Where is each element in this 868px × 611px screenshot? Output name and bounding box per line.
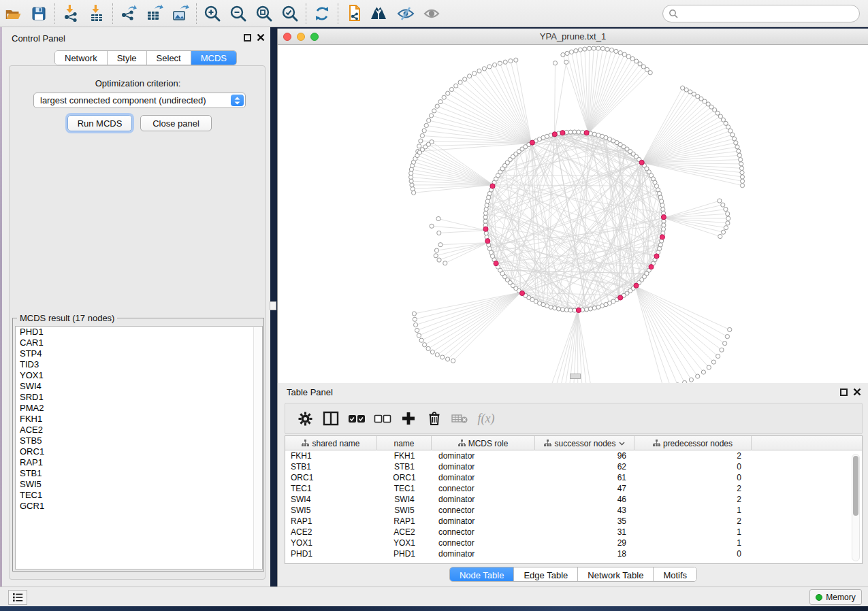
tab-mcds[interactable]: MCDS [191, 51, 236, 65]
column-header-name[interactable]: name [377, 436, 432, 450]
deselect-all-icon [374, 412, 391, 425]
table-row[interactable]: TEC1TEC1connector472 [285, 483, 862, 494]
table-scrollbar[interactable] [852, 454, 860, 561]
column-header-shared-name[interactable]: shared name [285, 436, 377, 450]
table-row[interactable]: FKH1FKH1dominator962 [285, 450, 862, 461]
table-panel-title: Table Panel [287, 387, 333, 397]
table-row[interactable]: YOX1YOX1connector291 [285, 538, 862, 548]
close-panel-icon[interactable] [257, 33, 265, 42]
result-node-item[interactable]: SRD1 [16, 392, 262, 403]
horizontal-splitter-handle[interactable] [570, 374, 581, 379]
result-node-item[interactable]: STB1 [16, 468, 262, 479]
save-session-button[interactable] [26, 2, 52, 25]
result-node-item[interactable]: STP4 [16, 348, 262, 359]
result-node-item[interactable]: TEC1 [16, 490, 262, 501]
table-row[interactable]: ACE2ACE2connector311 [285, 527, 862, 538]
table-cell: SWI5 [285, 505, 377, 516]
tab-network-table[interactable]: Network Table [578, 567, 654, 582]
result-node-item[interactable]: TID3 [16, 359, 262, 370]
zoom-in-button[interactable] [199, 2, 225, 25]
scrollbar-thumb[interactable] [853, 456, 858, 516]
control-panel-title: Control Panel [12, 33, 65, 44]
new-network-from-selection-button[interactable] [341, 2, 367, 25]
close-panel-button[interactable]: Close panel [140, 115, 212, 131]
memory-button[interactable]: Memory [809, 589, 862, 605]
control-panel: Control Panel NetworkStyleSelectMCDS Opt… [2, 27, 270, 587]
desktop-wallpaper-edge [0, 606, 868, 611]
column-header-predecessor-nodes[interactable]: predecessor nodes [634, 436, 752, 450]
zoom-out-icon [229, 4, 248, 23]
mcds-result-list[interactable]: PHD1CAR1STP4TID3YOX1SWI4SRD1PMA2FKH1ACE2… [15, 326, 263, 569]
result-node-item[interactable]: PMA2 [16, 403, 262, 414]
network-view[interactable] [278, 45, 868, 383]
delete-table-button[interactable] [447, 406, 473, 431]
show-column-button[interactable] [318, 406, 344, 431]
table-row[interactable]: ORC1ORC1dominator610 [285, 472, 862, 483]
table-cell: YOX1 [285, 538, 377, 548]
result-node-item[interactable]: GCR1 [16, 501, 262, 512]
table-cell: YOX1 [377, 538, 432, 548]
close-panel-icon[interactable] [853, 388, 861, 396]
tab-edge-table[interactable]: Edge Table [514, 567, 578, 582]
table-row[interactable]: STB1STB1dominator620 [285, 461, 862, 472]
table-row[interactable]: PHD1PHD1dominator180 [285, 548, 862, 559]
deselect-all-button[interactable] [370, 406, 396, 431]
tab-motifs[interactable]: Motifs [654, 567, 696, 582]
export-image-button[interactable] [167, 2, 193, 25]
tab-select[interactable]: Select [147, 51, 191, 65]
refresh-button[interactable] [309, 2, 335, 25]
table-cell: STB1 [285, 461, 377, 472]
first-neighbors-button[interactable] [367, 2, 393, 25]
result-node-item[interactable]: STB5 [16, 435, 262, 446]
tab-style[interactable]: Style [108, 51, 147, 65]
table-toolbar: f(x) [285, 403, 863, 434]
add-row-button[interactable] [396, 406, 421, 431]
result-node-item[interactable]: SWI5 [16, 479, 262, 490]
result-node-item[interactable]: ACE2 [16, 425, 262, 435]
float-panel-icon[interactable] [244, 34, 251, 42]
zoom-out-button[interactable] [225, 2, 251, 25]
task-history-button[interactable] [8, 590, 27, 605]
float-panel-icon[interactable] [840, 389, 848, 396]
result-node-item[interactable]: FKH1 [16, 414, 262, 425]
tab-node-table[interactable]: Node Table [450, 567, 515, 582]
tab-network[interactable]: Network [55, 51, 108, 65]
run-mcds-button[interactable]: Run MCDS [67, 115, 132, 131]
result-node-item[interactable]: PHD1 [16, 327, 262, 337]
search-input[interactable] [679, 9, 849, 18]
open-session-button[interactable] [0, 2, 26, 25]
select-all-button[interactable] [344, 406, 370, 431]
table-cell: 2 [634, 494, 752, 505]
result-node-item[interactable]: ORC1 [16, 446, 262, 457]
result-node-item[interactable]: YOX1 [16, 370, 262, 381]
table-row[interactable]: SWI4SWI4dominator462 [285, 494, 862, 505]
result-node-item[interactable]: CAR1 [16, 337, 262, 348]
table-cell: PHD1 [285, 548, 377, 559]
show-all-button[interactable] [419, 2, 445, 25]
result-scrollbar[interactable] [253, 327, 261, 569]
delete-row-button[interactable] [421, 406, 447, 431]
network-canvas[interactable] [278, 45, 868, 383]
network-window-titlebar[interactable]: YPA_prune.txt_1 [278, 29, 868, 45]
table-row[interactable]: SWI5SWI5connector431 [285, 505, 862, 516]
result-node-item[interactable]: SWI4 [16, 381, 262, 392]
import-table-button[interactable] [84, 2, 110, 25]
column-header-MCDS-role[interactable]: MCDS role [432, 436, 535, 450]
import-network-button[interactable] [58, 2, 84, 25]
column-header-successor-nodes[interactable]: successor nodes [535, 436, 634, 450]
function-builder-button[interactable]: f(x) [473, 406, 499, 431]
zoom-fit-button[interactable] [251, 2, 277, 25]
table-cell: TEC1 [377, 483, 432, 494]
hide-selected-button[interactable] [393, 2, 419, 25]
export-table-button[interactable] [142, 2, 167, 25]
export-network-button[interactable] [116, 2, 142, 25]
save-icon [30, 5, 48, 22]
optimization-criterion-select[interactable]: largest connected component (undirected) [33, 93, 246, 108]
result-node-item[interactable]: RAP1 [16, 457, 262, 468]
table-cell: 1 [634, 527, 752, 538]
table-settings-button[interactable] [292, 406, 318, 431]
zoom-selected-button[interactable] [277, 2, 303, 25]
table-row[interactable]: RAP1RAP1dominator352 [285, 516, 862, 527]
table-cell: 18 [535, 548, 634, 559]
vertical-splitter-handle[interactable] [270, 301, 276, 310]
